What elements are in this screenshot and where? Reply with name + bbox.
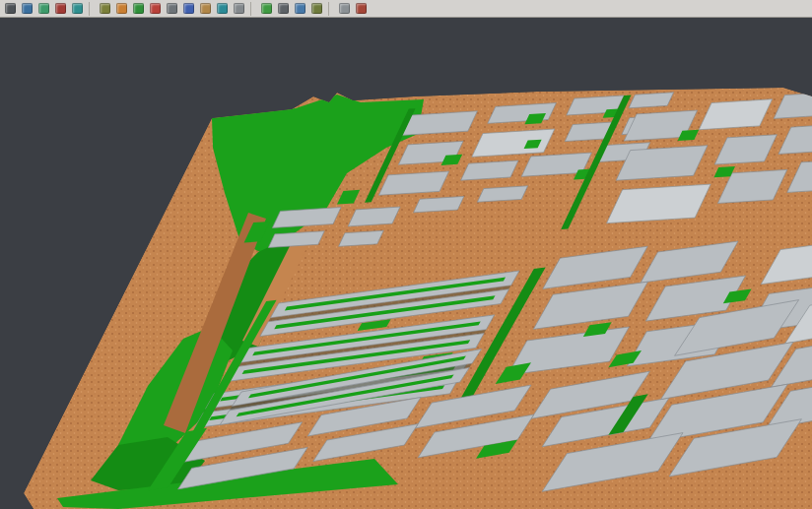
toolbar-button-segment[interactable] (148, 1, 163, 16)
toolbar-button-help[interactable] (354, 1, 369, 16)
toolbar-button-rotate[interactable] (259, 1, 274, 16)
pan-icon (234, 3, 244, 14)
point-cloud-icon (100, 3, 110, 14)
toolbar-separator (328, 2, 333, 16)
rotate-icon (261, 3, 272, 14)
toolbar-button-measure[interactable] (276, 1, 291, 16)
texture-icon (311, 3, 322, 14)
point-cloud-scene (0, 18, 812, 509)
toolbar-button-fit-view[interactable] (181, 1, 196, 16)
pick-point-icon (295, 3, 305, 14)
toolbar-button-mesh[interactable] (114, 1, 129, 16)
terrain (24, 79, 812, 509)
toolbar-button-delete[interactable] (53, 1, 68, 16)
toolbar-button-classify[interactable] (131, 1, 146, 16)
zoom-out-icon (217, 3, 228, 14)
zoom-in-icon (200, 3, 211, 14)
delete-icon (55, 3, 66, 14)
merge-icon (72, 3, 83, 14)
settings-icon (339, 3, 350, 14)
toolbar-button-merge[interactable] (70, 1, 85, 16)
viewport-3d[interactable] (0, 18, 812, 509)
toolbar-button-zoom-in[interactable] (198, 1, 213, 16)
toolbar-button-point-cloud[interactable] (98, 1, 112, 16)
toolbar (0, 0, 812, 18)
open-icon (5, 3, 16, 14)
fit-view-icon (183, 3, 194, 14)
toolbar-button-clone[interactable] (36, 1, 51, 16)
classify-icon (133, 3, 144, 14)
toolbar-button-save[interactable] (20, 1, 34, 16)
clone-icon (38, 3, 49, 14)
toolbar-button-pan[interactable] (232, 1, 246, 16)
measure-icon (278, 3, 289, 14)
application-window (0, 0, 812, 509)
crop-icon (167, 3, 177, 14)
toolbar-button-texture[interactable] (309, 1, 324, 16)
mesh-icon (116, 3, 127, 14)
toolbar-button-settings[interactable] (337, 1, 352, 16)
toolbar-button-open[interactable] (3, 1, 18, 16)
save-icon (22, 3, 33, 14)
toolbar-button-zoom-out[interactable] (215, 1, 230, 16)
toolbar-separator (89, 2, 94, 16)
toolbar-separator (250, 2, 255, 16)
toolbar-button-crop[interactable] (165, 1, 179, 16)
toolbar-button-pick-point[interactable] (293, 1, 307, 16)
segment-icon (150, 3, 161, 14)
help-icon (356, 3, 367, 14)
